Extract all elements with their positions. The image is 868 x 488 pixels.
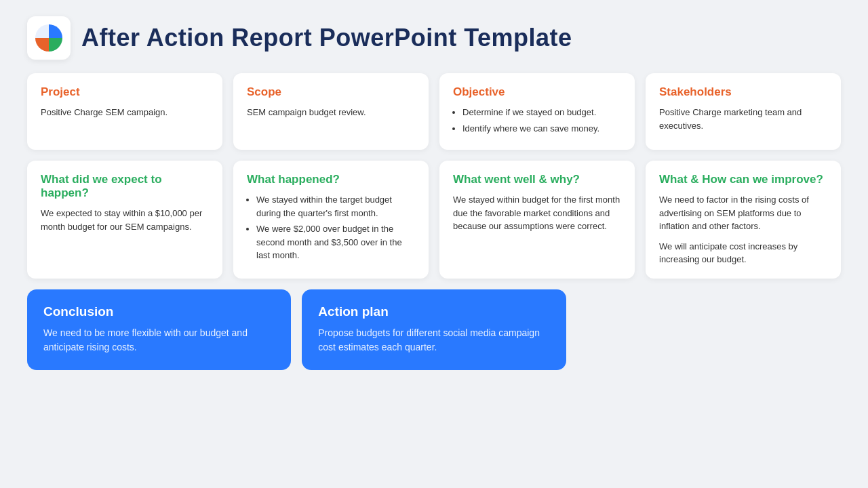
card-went-well-title: What went well & why? — [453, 173, 621, 186]
card-scope-body: SEM campaign budget review. — [247, 106, 415, 119]
card-objective: Objective Determine if we stayed on budg… — [439, 73, 635, 150]
page-title: After Action Report PowerPoint Template — [81, 24, 572, 52]
card-expected-title: What did we expect to happen? — [41, 173, 209, 200]
bottom-row: Conclusion We need to be more flexible w… — [27, 289, 841, 370]
happened-item-2: We were $2,000 over budget in the second… — [256, 222, 415, 262]
card-conclusion-body: We need to be more flexible with our bud… — [43, 326, 275, 355]
card-scope-title: Scope — [247, 85, 415, 99]
card-objective-title: Objective — [453, 85, 621, 99]
card-objective-body: Determine if we stayed on budget. Identi… — [453, 106, 621, 135]
card-improve-body2: We will anticipate cost increases by inc… — [659, 240, 827, 266]
header: After Action Report PowerPoint Template — [27, 16, 841, 60]
card-project: Project Positive Charge SEM campaign. — [27, 73, 222, 150]
card-expected-body: We expected to stay within a $10,000 per… — [41, 207, 209, 233]
card-stakeholders-title: Stakeholders — [659, 85, 827, 99]
card-action-plan: Action plan Propose budgets for differen… — [302, 289, 566, 370]
card-went-well-body: We stayed within budget for the first mo… — [453, 193, 621, 233]
card-happened-title: What happened? — [247, 173, 415, 186]
card-stakeholders: Stakeholders Positive Charge marketing t… — [646, 73, 841, 150]
card-scope: Scope SEM campaign budget review. — [233, 73, 429, 150]
middle-row: What did we expect to happen? We expecte… — [27, 161, 841, 279]
card-happened-body: We stayed within the target budget durin… — [247, 193, 415, 262]
top-row: Project Positive Charge SEM campaign. Sc… — [27, 73, 841, 150]
card-action-plan-title: Action plan — [318, 304, 549, 319]
card-improve-body: We need to factor in the rising costs of… — [659, 193, 827, 266]
card-went-well: What went well & why? We stayed within b… — [439, 161, 635, 279]
bottom-spacer — [577, 289, 841, 370]
objective-item-1: Determine if we stayed on budget. — [462, 106, 621, 119]
card-improve-title: What & How can we improve? — [659, 173, 827, 186]
card-improve: What & How can we improve? We need to fa… — [646, 161, 841, 279]
happened-item-1: We stayed within the target budget durin… — [256, 193, 415, 220]
card-improve-body1: We need to factor in the rising costs of… — [659, 193, 827, 233]
logo-icon — [27, 16, 71, 60]
card-conclusion-title: Conclusion — [43, 304, 275, 319]
card-project-title: Project — [41, 85, 209, 99]
card-expected: What did we expect to happen? We expecte… — [27, 161, 222, 279]
card-conclusion: Conclusion We need to be more flexible w… — [27, 289, 291, 370]
card-action-plan-body: Propose budgets for different social med… — [318, 326, 549, 355]
card-stakeholders-body: Positive Charge marketing team and execu… — [659, 106, 827, 132]
card-project-body: Positive Charge SEM campaign. — [41, 106, 209, 119]
objective-item-2: Identify where we can save money. — [462, 122, 621, 136]
card-happened: What happened? We stayed within the targ… — [233, 161, 429, 279]
